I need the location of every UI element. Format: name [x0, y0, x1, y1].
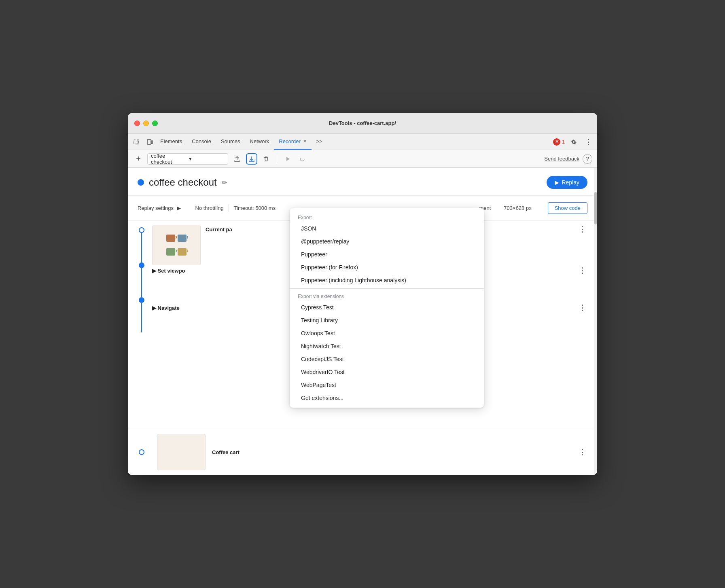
toolbar-separator — [277, 155, 277, 163]
export-puppeteer-item[interactable]: Puppeteer — [290, 248, 484, 261]
timeline-dot-2 — [139, 262, 144, 268]
export-dropdown: Export JSON @puppeteer/replay Puppeteer … — [290, 208, 484, 408]
bottom-step-thumbnail — [157, 434, 206, 470]
tab-elements[interactable]: Elements — [155, 134, 187, 150]
tab-console[interactable]: Console — [187, 134, 216, 150]
tab-recorder[interactable]: Recorder ✕ — [274, 134, 311, 150]
recording-title: coffee checkout — [149, 177, 217, 188]
upload-button[interactable] — [231, 153, 243, 165]
settings-arrow-icon: ▶ — [177, 205, 181, 211]
export-json-item[interactable]: JSON — [290, 222, 484, 235]
svg-rect-0 — [134, 140, 138, 144]
recorder-toolbar: + coffee checkout ▾ — [128, 150, 597, 168]
throttling-value: No throttling — [191, 204, 229, 212]
status-dot — [138, 179, 144, 186]
tabs-right-area: ✕ 1 ⋮ — [553, 134, 594, 150]
download-button[interactable] — [246, 153, 257, 165]
maximize-button[interactable] — [152, 121, 158, 126]
step-3-more-button[interactable]: ⋮ — [577, 303, 587, 312]
bottom-step-title: Coffee cart — [212, 449, 572, 455]
delete-button[interactable] — [261, 153, 272, 165]
title-bar: DevTools - coffee-cart.app/ — [128, 113, 597, 134]
export-extensions-label: Export via extensions — [290, 290, 484, 301]
export-owloops-item[interactable]: Owloops Test — [290, 327, 484, 340]
recorder-icon-btn[interactable] — [131, 136, 142, 148]
timeline-line-3 — [141, 303, 142, 332]
devtools-window: DevTools - coffee-cart.app/ Elements — [128, 113, 597, 475]
step-1-thumbnail — [152, 225, 201, 265]
tab-network[interactable]: Network — [245, 134, 274, 150]
timeline-dot-3 — [139, 297, 144, 303]
devtools-tab-bar: Elements Console Sources Network Recorde… — [128, 134, 597, 150]
export-cypress-item[interactable]: Cypress Test — [290, 301, 484, 314]
settings-gear-icon[interactable] — [568, 136, 579, 148]
tab-more[interactable]: >> — [312, 134, 327, 150]
svg-rect-2 — [151, 141, 153, 144]
svg-rect-1 — [147, 140, 151, 144]
devtools-tab-group — [131, 134, 155, 150]
traffic-lights — [134, 121, 158, 126]
edit-icon[interactable]: ✏ — [222, 179, 227, 186]
export-puppeteer-replay-item[interactable]: @puppeteer/replay — [290, 235, 484, 248]
get-extensions-item[interactable]: Get extensions... — [290, 391, 484, 404]
window-title: DevTools - coffee-cart.app/ — [329, 120, 396, 126]
timeline-dot-bottom — [139, 449, 144, 455]
export-puppeteer-lighthouse-item[interactable]: Puppeteer (including Lighthouse analysis… — [290, 274, 484, 287]
export-puppeteer-firefox-item[interactable]: Puppeteer (for Firefox) — [290, 261, 484, 274]
error-badge[interactable]: ✕ 1 — [553, 138, 565, 146]
viewport-size: 703×628 px — [504, 205, 531, 211]
close-button[interactable] — [134, 121, 140, 126]
recorder-header: coffee checkout ✏ ▶ Replay — [128, 168, 597, 196]
timeline-dot-1 — [139, 227, 144, 233]
device-toolbar-icon[interactable] — [144, 136, 155, 148]
step-2-more-button[interactable]: ⋮ — [577, 266, 587, 275]
recording-selector[interactable]: coffee checkout ▾ — [147, 153, 228, 165]
dropdown-divider — [290, 288, 484, 289]
minimize-button[interactable] — [143, 121, 149, 126]
export-nightwatch-item[interactable]: Nightwatch Test — [290, 340, 484, 353]
replay-button[interactable]: ▶ Replay — [547, 176, 587, 189]
settings-values: No throttling Timeout: 5000 ms — [191, 204, 281, 212]
help-button[interactable]: ? — [583, 154, 592, 164]
scrollbar-thumb — [594, 192, 597, 224]
more-options-icon[interactable]: ⋮ — [583, 136, 594, 148]
replay-settings-label[interactable]: Replay settings ▶ — [138, 205, 181, 211]
export-webpagetest-item[interactable]: WebPageTest — [290, 379, 484, 391]
refresh-button[interactable] — [297, 153, 308, 165]
bottom-step-content: Coffee cart — [210, 449, 572, 455]
main-content: coffee checkout ✏ ▶ Replay Replay settin… — [128, 168, 597, 475]
scrollbar[interactable] — [594, 168, 597, 475]
timeline-line-1 — [141, 233, 142, 262]
bottom-step-more-button[interactable]: ⋮ — [577, 448, 587, 457]
tab-recorder-close[interactable]: ✕ — [303, 139, 307, 144]
export-section-label: Export — [290, 212, 484, 222]
add-recording-button[interactable]: + — [133, 153, 144, 165]
tab-sources[interactable]: Sources — [216, 134, 245, 150]
export-testing-library-item[interactable]: Testing Library — [290, 314, 484, 327]
bottom-step: Coffee cart ⋮ — [128, 429, 597, 475]
export-codeceptjs-item[interactable]: CodeceptJS Test — [290, 353, 484, 366]
show-code-button[interactable]: Show code — [548, 202, 587, 214]
timeout-value: Timeout: 5000 ms — [229, 204, 281, 212]
error-icon: ✕ — [553, 138, 560, 146]
step-1-more-button[interactable]: ⋮ — [577, 225, 587, 234]
play-button[interactable] — [282, 153, 293, 165]
timeline-line-2 — [141, 268, 142, 298]
chevron-down-icon: ▾ — [189, 156, 225, 162]
export-webdriverio-item[interactable]: WebdriverIO Test — [290, 366, 484, 379]
send-feedback-link[interactable]: Send feedback — [544, 156, 579, 162]
